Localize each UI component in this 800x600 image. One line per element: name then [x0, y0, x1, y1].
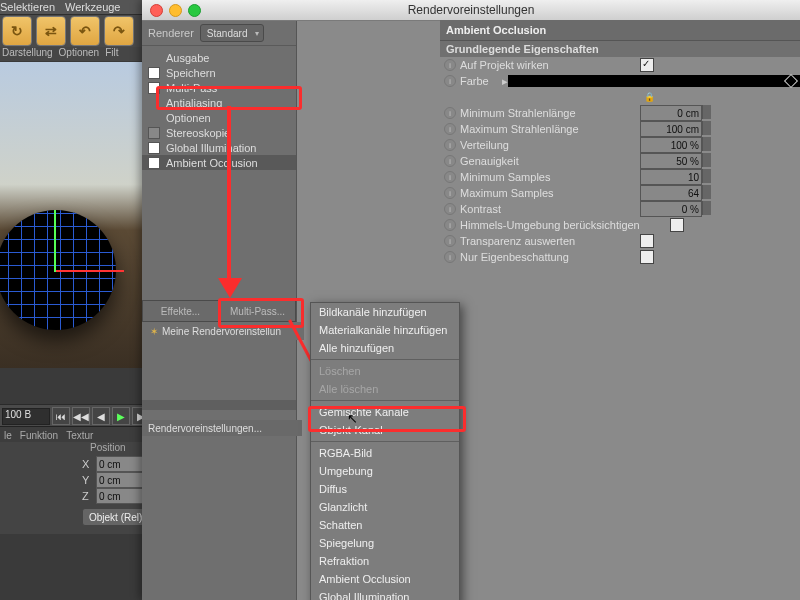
settings-item-ambient-occlusion[interactable]: Ambient Occlusion — [142, 155, 296, 170]
tab-funktion[interactable]: Funktion — [20, 430, 58, 441]
spinner[interactable] — [702, 105, 711, 119]
lock-icon[interactable]: 🔒 — [644, 92, 655, 102]
tab-filter[interactable]: Filt — [105, 47, 118, 61]
menu-separator — [311, 400, 459, 401]
menu-item-spiegelung[interactable]: Spiegelung — [311, 534, 459, 552]
spinner[interactable] — [702, 137, 711, 151]
spinner[interactable] — [702, 201, 711, 215]
info-icon[interactable]: i — [444, 107, 456, 119]
checkbox[interactable] — [148, 82, 160, 94]
menu-item-umgebung[interactable]: Umgebung — [311, 462, 459, 480]
spinner[interactable] — [702, 185, 711, 199]
prop-farbe-lock: 🔒 — [440, 89, 800, 105]
info-icon[interactable]: i — [444, 59, 456, 71]
render-settings-detail: Ambient Occlusion Grundlegende Eigenscha… — [440, 20, 800, 580]
color-picker-icon[interactable] — [784, 74, 798, 88]
settings-item-antialiasing[interactable]: Antialiasing — [142, 95, 296, 110]
axis-x — [54, 270, 124, 272]
checkbox-himmels[interactable] — [670, 218, 684, 232]
timeline-first[interactable]: ⏮ — [52, 407, 70, 425]
coord-label-y: Y — [82, 474, 94, 486]
settings-item-label: Antialiasing — [166, 97, 222, 109]
settings-item-speichern[interactable]: Speichern — [142, 65, 296, 80]
field-min-strahl[interactable]: 0 cm — [640, 105, 702, 121]
tab-optionen[interactable]: Optionen — [59, 47, 100, 61]
section-subtitle: Grundlegende Eigenschaften — [440, 41, 800, 57]
3d-viewport[interactable] — [0, 62, 142, 368]
menu-item-ambient-occlusion[interactable]: Ambient Occlusion — [311, 570, 459, 588]
tool-undo[interactable]: ↶ — [70, 16, 100, 46]
tool-sync[interactable]: ⇄ — [36, 16, 66, 46]
menu-item-diffus[interactable]: Diffus — [311, 480, 459, 498]
settings-list: AusgabeSpeichernMulti-PassAntialiasingOp… — [142, 46, 296, 174]
checkbox[interactable] — [148, 157, 160, 169]
menu-item-alle-hinzuf-gen[interactable]: Alle hinzufügen — [311, 339, 459, 357]
axis-y — [54, 210, 56, 272]
prop-auf-projekt: iAuf Projekt wirken — [440, 57, 800, 73]
menu-item-gemischte-kan-le[interactable]: Gemischte Kanäle — [311, 403, 459, 421]
timeline-prev-key[interactable]: ◀◀ — [72, 407, 90, 425]
multipass-button[interactable]: Multi-Pass... — [219, 300, 296, 322]
color-swatch[interactable] — [508, 75, 800, 87]
tab-textur[interactable]: Textur — [66, 430, 93, 441]
info-icon[interactable]: i — [444, 203, 456, 215]
checkbox-transparenz[interactable] — [640, 234, 654, 248]
multipass-context-menu: Bildkanäle hinzufügenMaterialkanäle hinz… — [310, 302, 460, 600]
checkbox-eigen[interactable] — [640, 250, 654, 264]
settings-item-ausgabe[interactable]: Ausgabe — [142, 50, 296, 65]
spinner[interactable] — [702, 153, 711, 167]
checkbox[interactable] — [148, 67, 160, 79]
info-icon[interactable]: i — [444, 75, 456, 87]
info-icon[interactable]: i — [444, 171, 456, 183]
field-kontrast[interactable]: 0 % — [640, 201, 702, 217]
menu-item-objekt-kanal[interactable]: Objekt-Kanal — [311, 421, 459, 439]
menu-item-materialkan-le-hinzuf-gen[interactable]: Materialkanäle hinzufügen — [311, 321, 459, 339]
timeline-prev[interactable]: ◀ — [92, 407, 110, 425]
menu-item-schatten[interactable]: Schatten — [311, 516, 459, 534]
spinner[interactable] — [702, 121, 711, 135]
tool-reload[interactable]: ↻ — [2, 16, 32, 46]
info-icon[interactable]: i — [444, 235, 456, 247]
coord-mode-dropdown[interactable]: Objekt (Rel) — [82, 508, 149, 526]
settings-item-stereoskopie[interactable]: Stereoskopie — [142, 125, 296, 140]
checkbox[interactable] — [148, 127, 160, 139]
spinner[interactable] — [702, 169, 711, 183]
menu-werkzeuge[interactable]: Werkzeuge — [65, 1, 120, 13]
frame-field[interactable]: 100 B — [2, 408, 50, 425]
effekte-button[interactable]: Effekte... — [142, 300, 219, 322]
info-icon[interactable]: i — [444, 123, 456, 135]
info-icon[interactable]: i — [444, 187, 456, 199]
preset-row[interactable]: Meine Rendervoreinstellun — [142, 322, 304, 340]
settings-item-multi-pass[interactable]: Multi-Pass — [142, 80, 296, 95]
field-min-samples[interactable]: 10 — [640, 169, 702, 185]
settings-item-global-illumination[interactable]: Global Illumination — [142, 140, 296, 155]
menu-item-global-illumination[interactable]: Global Illumination — [311, 588, 459, 600]
field-genauigkeit[interactable]: 50 % — [640, 153, 702, 169]
sidebar-footer: Rendervoreinstellungen... — [142, 420, 302, 436]
checkbox-auf-projekt[interactable] — [640, 58, 654, 72]
timeline-play[interactable]: ▶ — [112, 407, 130, 425]
tab-darstellung[interactable]: Darstellung — [2, 47, 53, 61]
renderer-row: Renderer Standard — [142, 21, 296, 46]
checkbox[interactable] — [148, 142, 160, 154]
field-max-strahl[interactable]: 100 cm — [640, 121, 702, 137]
menu-selektieren[interactable]: Selektieren — [0, 1, 55, 13]
prop-eigen: iNur Eigenbeschattung — [440, 249, 800, 265]
settings-item-optionen[interactable]: Optionen — [142, 110, 296, 125]
menu-item-glanzlicht[interactable]: Glanzlicht — [311, 498, 459, 516]
field-max-samples[interactable]: 64 — [640, 185, 702, 201]
tool-redo[interactable]: ↷ — [104, 16, 134, 46]
window-titlebar[interactable]: Rendervoreinstellungen — [142, 0, 800, 21]
menu-item-refraktion[interactable]: Refraktion — [311, 552, 459, 570]
tab-le[interactable]: le — [4, 430, 12, 441]
viewport-tabs: Darstellung Optionen Filt — [0, 47, 144, 61]
info-icon[interactable]: i — [444, 251, 456, 263]
info-icon[interactable]: i — [444, 219, 456, 231]
renderer-dropdown[interactable]: Standard — [200, 24, 265, 42]
info-icon[interactable]: i — [444, 139, 456, 151]
field-verteilung[interactable]: 100 % — [640, 137, 702, 153]
info-icon[interactable]: i — [444, 155, 456, 167]
sidebar-scrollbar[interactable] — [142, 400, 296, 410]
menu-item-bildkan-le-hinzuf-gen[interactable]: Bildkanäle hinzufügen — [311, 303, 459, 321]
menu-item-rgba-bild[interactable]: RGBA-Bild — [311, 444, 459, 462]
